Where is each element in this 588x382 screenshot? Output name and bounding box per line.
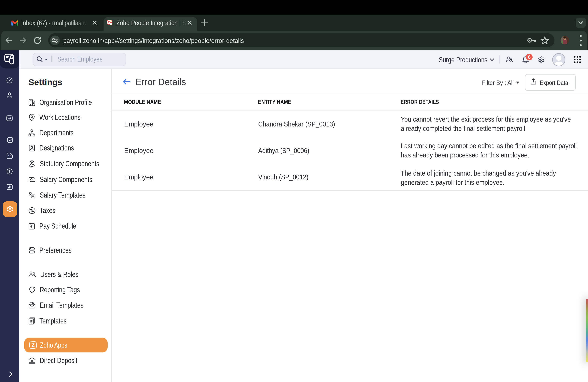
svg-text:16: 16 (8, 154, 11, 158)
